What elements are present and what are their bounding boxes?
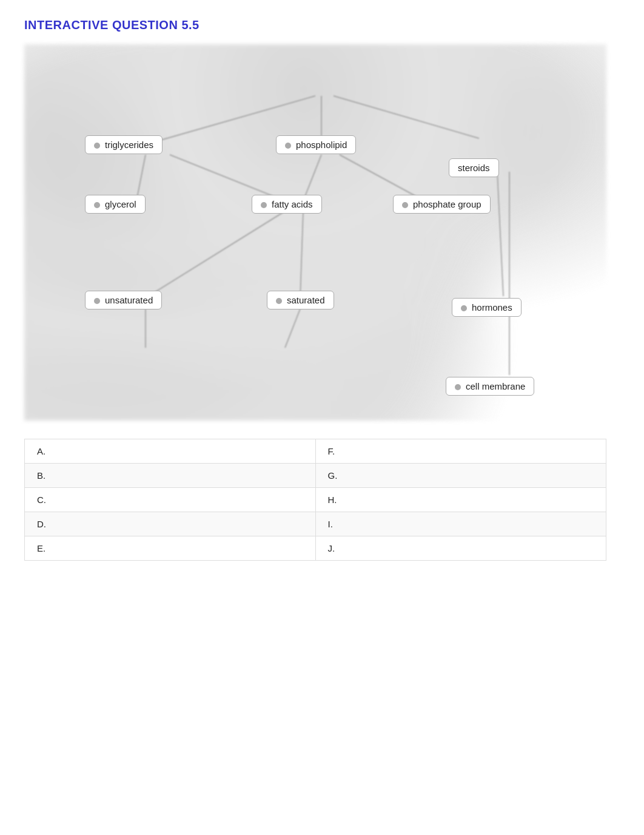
answer-left-3: D. [25,512,316,536]
svg-line-10 [300,211,303,298]
diagram-container: triglycerides phospholipid steroids glyc… [24,44,606,421]
label-steroids: steroids [449,158,499,177]
answer-section: A.F.B.G.C.H.D.I.E.J. [24,439,620,561]
label-hormones: hormones [452,298,522,317]
answer-left-2: C. [25,488,316,512]
label-saturated: saturated [267,291,334,309]
svg-line-3 [136,155,146,201]
page-title: INTERACTIVE QUESTION 5.5 [24,18,620,32]
svg-line-12 [285,309,300,348]
answer-right-1: G. [315,464,606,488]
answer-row: C.H. [25,488,606,512]
svg-line-4 [170,155,285,201]
answer-left-0: A. [25,439,316,464]
label-unsaturated: unsaturated [85,291,162,309]
answer-left-1: B. [25,464,316,488]
label-triglycerides: triglycerides [85,135,163,154]
label-fatty-acids: fatty acids [252,195,322,214]
label-cell-membrane: cell membrane [446,377,534,396]
svg-line-9 [146,211,285,298]
answer-row: D.I. [25,512,606,536]
answer-right-2: H. [315,488,606,512]
answer-right-4: J. [315,536,606,561]
svg-line-5 [303,155,321,201]
answer-left-4: E. [25,536,316,561]
answer-right-0: F. [315,439,606,464]
svg-line-2 [334,96,479,138]
svg-line-6 [340,155,424,201]
answer-row: A.F. [25,439,606,464]
answer-row: E.J. [25,536,606,561]
label-phospholipid: phospholipid [276,135,356,154]
answer-right-3: I. [315,512,606,536]
answer-table: A.F.B.G.C.H.D.I.E.J. [24,439,606,561]
answer-row: B.G. [25,464,606,488]
label-glycerol: glycerol [85,195,146,214]
svg-line-7 [497,172,503,296]
connector-lines [24,44,606,421]
label-phosphate-group: phosphate group [393,195,491,214]
